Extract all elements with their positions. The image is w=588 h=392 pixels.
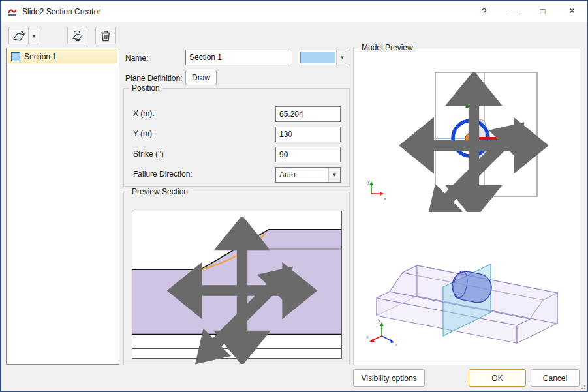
resize-grip[interactable]: [580, 384, 586, 390]
help-button[interactable]: ?: [469, 1, 499, 21]
x-label: X (m):: [133, 109, 155, 118]
minimize-button[interactable]: —: [499, 1, 528, 21]
x-input[interactable]: [275, 106, 341, 122]
ok-button[interactable]: OK: [469, 369, 526, 387]
add-section-dropdown[interactable]: ▾: [29, 27, 39, 44]
cancel-button[interactable]: Cancel: [531, 369, 580, 387]
failure-direction-select[interactable]: Auto ▾: [275, 167, 341, 183]
section-preview-canvas[interactable]: [132, 211, 342, 359]
y-label: Y (m):: [133, 129, 154, 138]
title-bar[interactable]: Slide2 Section Creator ? — □ ×: [1, 1, 587, 22]
plane-definition-label: Plane Definition:: [125, 74, 182, 83]
regenerate-section-button[interactable]: [67, 27, 87, 44]
failure-direction-arrow[interactable]: ▾: [328, 168, 340, 182]
list-item-section-1[interactable]: Section 1: [8, 50, 117, 63]
axis-y-label: y: [378, 317, 380, 323]
position-group-title: Position: [129, 83, 162, 93]
toolbar: ▾: [7, 27, 138, 45]
add-section-icon: [12, 29, 26, 42]
draw-button[interactable]: Draw: [185, 70, 217, 85]
maximize-button[interactable]: □: [528, 1, 557, 21]
axis-z-label: z: [395, 342, 397, 348]
app-icon: [7, 7, 18, 17]
position-group: Position X (m): Y (m): Strike (°) Failur…: [123, 88, 350, 187]
model-plan-view[interactable]: y x: [362, 62, 572, 208]
zoom-extents-icon[interactable]: [140, 242, 348, 389]
delete-section-button[interactable]: [95, 27, 116, 44]
preview-section-title: Preview Section: [129, 187, 191, 196]
close-button[interactable]: ×: [557, 1, 587, 21]
name-input[interactable]: [185, 50, 292, 65]
model-3d-drawing: y x z: [362, 212, 572, 357]
axis-x-label: x: [366, 334, 369, 340]
section-color-chip: [11, 52, 20, 61]
visibility-options-button[interactable]: Visibility options: [353, 369, 425, 387]
color-dropdown-arrow[interactable]: ▾: [336, 50, 348, 65]
color-swatch: [300, 52, 335, 63]
window-title: Slide2 Section Creator: [22, 7, 101, 16]
model-preview-group: Model Preview: [353, 48, 580, 365]
dialog-slide2-section-creator: Slide2 Section Creator ? — □ × ▾: [0, 0, 588, 392]
name-label: Name:: [125, 53, 148, 63]
trash-icon: [101, 30, 111, 42]
list-item-label: Section 1: [24, 52, 57, 61]
section-color-picker[interactable]: ▾: [298, 50, 348, 65]
add-section-button[interactable]: [8, 27, 29, 44]
regenerate-section-icon: [70, 29, 85, 42]
preview-section-group: Preview Section: [123, 192, 350, 365]
axis-triad-3d: [369, 322, 394, 343]
strike-label: Strike (°): [133, 149, 164, 158]
section-list[interactable]: Section 1: [6, 48, 119, 365]
model-3d-view[interactable]: y x z: [362, 212, 572, 357]
model-preview-title: Model Preview: [359, 43, 416, 52]
strike-input[interactable]: [275, 147, 341, 162]
failure-direction-label: Failure Direction:: [133, 170, 193, 179]
y-input[interactable]: [275, 127, 341, 142]
failure-direction-value: Auto: [276, 170, 328, 179]
